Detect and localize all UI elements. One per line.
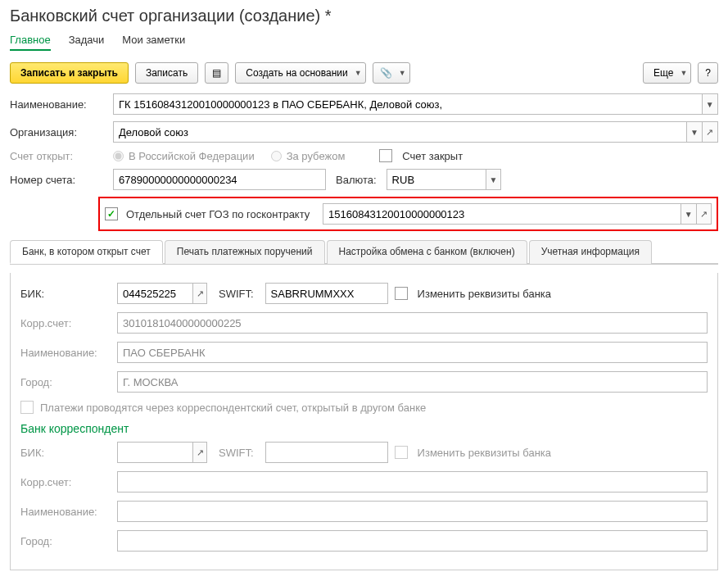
bik-label: БИК: [20,288,111,300]
corr-input[interactable] [117,312,708,334]
dropdown-button[interactable]: ▼ [486,169,500,190]
open-button[interactable]: ↗ [193,283,207,304]
chevron-down-icon: ▼ [680,69,687,77]
radio-abroad-input [271,151,282,161]
acct-num-label: Номер счета: [10,174,108,186]
account-closed-label: Счет закрыт [402,150,463,162]
goz-highlight-row: ✓ Отдельный счет ГОЗ по госконтракту ▼ ↗ [98,197,718,231]
nav-tabs: Главное Задачи Мои заметки [10,34,718,51]
create-based-label: Создать на основании [246,67,348,79]
dropdown-button[interactable]: ▼ [687,121,703,143]
radio-abroad-label: За рубежом [287,150,346,162]
open-button: ↗ [193,442,207,463]
chevron-down-icon: ▼ [685,210,693,219]
list-icon-button[interactable]: ▤ [205,62,228,84]
account-closed-checkbox[interactable] [379,149,392,162]
cb-city-label: Город: [20,535,111,547]
bank-name-label: Наименование: [20,347,111,359]
swift-input[interactable] [265,283,388,304]
chevron-down-icon: ▼ [690,128,699,137]
cb-bik-input [117,442,193,463]
via-corr-label: Платежи проводятся через корреспондентск… [40,402,426,414]
goz-label: Отдельный счет ГОЗ по госконтракту [126,208,314,220]
bank-panel: БИК: ↗ SWIFT: Изменить реквизиты банка К… [10,273,718,570]
change-details-checkbox[interactable] [395,287,408,300]
attach-button[interactable]: 📎 ▼ [373,62,410,84]
dropdown-button[interactable]: ▼ [681,203,696,225]
cb-corr-label: Корр.счет: [20,476,111,488]
city-label: Город: [20,376,111,388]
save-close-button[interactable]: Записать и закрыть [10,62,129,84]
more-button[interactable]: Еще ▼ [643,62,691,84]
subtab-print[interactable]: Печать платежных поручений [165,240,325,264]
subtab-bank[interactable]: Банк, в котором открыт счет [10,240,163,264]
chevron-down-icon: ▼ [706,100,714,109]
subtab-exchange[interactable]: Настройка обмена с банком (включен) [327,240,527,264]
bik-input[interactable] [117,283,193,304]
page-title: Банковский счет организации (создание) * [10,7,718,25]
open-button[interactable]: ↗ [703,121,718,143]
more-label: Еще [653,67,673,79]
change-details-label: Изменить реквизиты банка [418,288,551,300]
radio-rf-input [113,151,124,161]
radio-rf-label: В Российской Федерации [129,150,255,162]
account-open-label: Счет открыт: [10,150,108,162]
subtab-accounting[interactable]: Учетная информация [529,240,652,264]
tab-notes[interactable]: Мои заметки [122,34,185,51]
open-button[interactable]: ↗ [697,203,712,225]
cb-name-label: Наименование: [20,506,111,518]
question-icon: ? [705,67,711,79]
name-input[interactable] [113,93,703,115]
create-based-button[interactable]: Создать на основании ▼ [235,62,365,84]
sub-tabs: Банк, в котором открыт счет Печать плате… [10,239,718,265]
corr-label: Корр.счет: [20,317,111,329]
city-input[interactable] [117,371,708,393]
tab-tasks[interactable]: Задачи [69,34,105,51]
name-label: Наименование: [10,98,108,111]
help-button[interactable]: ? [698,62,718,84]
cb-change-details-label: Изменить реквизиты банка [418,447,551,459]
via-corr-checkbox[interactable] [20,401,34,414]
attach-icon: 📎 [380,67,392,79]
currency-label: Валюта: [336,174,377,186]
cb-swift-label: SWIFT: [219,447,254,459]
list-icon: ▤ [212,67,221,79]
open-icon: ↗ [706,127,713,138]
corr-bank-title: Банк корреспондент [20,422,708,435]
goz-input[interactable] [323,203,681,225]
open-icon: ↗ [197,447,204,458]
org-label: Организация: [10,126,108,138]
save-button[interactable]: Записать [135,62,198,84]
cb-name-input [117,501,708,522]
open-icon: ↗ [197,288,204,299]
chevron-down-icon: ▼ [355,69,362,77]
chevron-down-icon: ▼ [489,175,497,184]
swift-label: SWIFT: [219,288,254,300]
acct-num-input[interactable] [113,169,326,190]
cb-corr-input [117,471,708,493]
dropdown-button[interactable]: ▼ [703,93,718,115]
cb-bik-label: БИК: [20,447,111,459]
radio-abroad[interactable]: За рубежом [271,150,346,162]
chevron-down-icon: ▼ [399,69,406,77]
open-icon: ↗ [700,209,708,220]
cb-city-input [117,530,708,552]
tab-main[interactable]: Главное [10,34,51,51]
bank-name-input[interactable] [117,342,708,363]
goz-checkbox[interactable]: ✓ [105,207,118,220]
toolbar: Записать и закрыть Записать ▤ Создать на… [10,62,718,84]
cb-swift-input [265,442,388,463]
radio-rf[interactable]: В Российской Федерации [113,150,255,162]
org-input[interactable] [113,121,687,143]
cb-change-details-checkbox [395,446,408,459]
currency-input[interactable] [387,169,487,190]
